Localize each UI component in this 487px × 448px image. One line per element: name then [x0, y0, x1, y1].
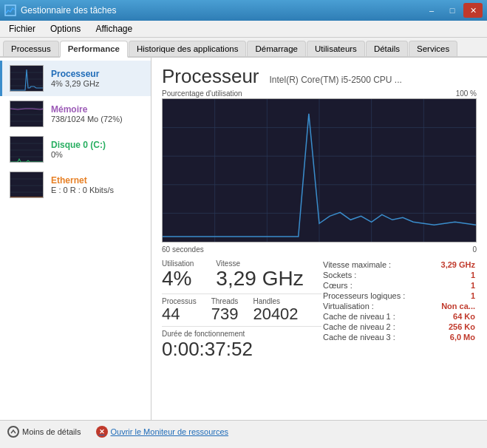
sidebar-item-ethernet[interactable]: Ethernet E : 0 R : 0 Kbits/s — [0, 167, 151, 203]
graph-x-right: 0 — [472, 245, 477, 254]
menu-affichage[interactable]: Affichage — [89, 22, 138, 35]
graph-y-max: 100 % — [456, 89, 477, 98]
less-details-button[interactable]: Moins de détails — [7, 426, 81, 438]
info-label: Cache de niveau 1 : — [321, 311, 429, 322]
ethernet-value: E : 0 R : 0 Kbits/s — [51, 186, 143, 194]
info-value: 256 Ko — [429, 322, 477, 332]
menu-bar: Fichier Options Affichage — [0, 21, 487, 38]
tab-utilisateurs[interactable]: Utilisateurs — [307, 41, 365, 56]
tab-details[interactable]: Détails — [366, 41, 408, 56]
vitesse-value: 3,29 GHz — [216, 268, 303, 291]
svg-rect-0 — [5, 5, 16, 16]
info-label: Vitesse maximale : — [321, 259, 429, 270]
panel-subtitle: Intel(R) Core(TM) i5-2500 CPU ... — [270, 75, 402, 85]
stat-processus: Processus 44 — [162, 297, 197, 323]
tab-historique[interactable]: Historique des applications — [129, 41, 246, 56]
sidebar: Processeur 4% 3,29 GHz Mémoire 738/1024 … — [0, 58, 151, 420]
stat-vitesse: Vitesse 3,29 GHz — [216, 259, 303, 291]
tab-performance[interactable]: Performance — [60, 41, 128, 58]
stats-section: Utilisation 4% Vitesse 3,29 GHz Processu… — [162, 259, 477, 361]
stat-duree: Durée de fonctionnement 0:00:37:52 — [162, 330, 321, 361]
stat-utilisation: Utilisation 4% — [162, 259, 194, 291]
info-value: 1 — [429, 291, 477, 301]
left-stats: Utilisation 4% Vitesse 3,29 GHz Processu… — [162, 259, 321, 361]
info-value: 3,29 GHz — [429, 259, 477, 270]
info-value: 1 — [429, 280, 477, 291]
info-row: Cache de niveau 1 : 64 Ko — [321, 311, 477, 322]
stats-row1: Utilisation 4% Vitesse 3,29 GHz — [162, 259, 321, 291]
svg-rect-5 — [10, 101, 44, 127]
threads-value: 739 — [211, 305, 239, 323]
menu-fichier[interactable]: Fichier — [3, 22, 41, 35]
cpu-info: Processeur 4% 3,29 GHz — [51, 69, 143, 88]
disk-value: 0% — [51, 150, 143, 159]
open-monitor-link[interactable]: ✕ Ouvrir le Moniteur de ressources — [96, 426, 229, 438]
info-row: Sockets : 1 — [321, 270, 477, 280]
cpu-value: 4% 3,29 GHz — [51, 79, 143, 88]
menu-options[interactable]: Options — [44, 22, 86, 35]
info-value: 64 Ko — [429, 311, 477, 322]
title-bar-left: Gestionnaire des tâches — [4, 4, 116, 16]
info-label: Virtualisation : — [321, 301, 429, 311]
info-row: Cache de niveau 3 : 6,0 Mo — [321, 332, 477, 342]
disk-thumbnail — [10, 136, 44, 163]
open-monitor-label: Ouvrir le Moniteur de ressources — [111, 427, 229, 436]
info-value: 6,0 Mo — [429, 332, 477, 342]
graph-x-labels: 60 secondes 0 — [162, 245, 477, 254]
info-row: Cache de niveau 2 : 256 Ko — [321, 322, 477, 332]
ethernet-info: Ethernet E : 0 R : 0 Kbits/s — [51, 175, 143, 194]
ethernet-thumbnail — [10, 172, 44, 198]
stats-row2: Processus 44 Threads 739 Handles 20402 — [162, 297, 321, 323]
info-label: Sockets : — [321, 270, 429, 280]
graph-y-title: Pourcentage d'utilisation — [162, 89, 242, 98]
info-value: 1 — [429, 270, 477, 280]
maximize-button[interactable]: □ — [443, 3, 462, 18]
info-table: Vitesse maximale : 3,29 GHz Sockets : 1 … — [321, 259, 477, 361]
svg-rect-9 — [10, 137, 44, 163]
memory-value: 738/1024 Mo (72%) — [51, 115, 143, 123]
chevron-up-icon — [7, 426, 19, 438]
bottom-bar: Moins de détails ✕ Ouvrir le Moniteur de… — [0, 420, 487, 442]
info-label: Processeurs logiques : — [321, 291, 429, 301]
memory-label: Mémoire — [51, 104, 143, 115]
sidebar-item-memory[interactable]: Mémoire 738/1024 Mo (72%) — [0, 96, 151, 132]
less-details-label: Moins de détails — [22, 427, 81, 436]
minimize-button[interactable]: – — [422, 3, 441, 18]
panel-title: Processeur — [162, 65, 259, 88]
cpu-label: Processeur — [51, 69, 143, 79]
tab-services[interactable]: Services — [409, 41, 457, 56]
main-content: Processeur 4% 3,29 GHz Mémoire 738/1024 … — [0, 58, 487, 420]
window-controls: – □ ✕ — [422, 3, 483, 18]
info-label: Cache de niveau 3 : — [321, 332, 429, 342]
disk-label: Disque 0 (C:) — [51, 140, 143, 150]
monitor-icon: ✕ — [96, 426, 108, 438]
app-icon — [4, 4, 16, 16]
sidebar-item-disk[interactable]: Disque 0 (C:) 0% — [0, 132, 151, 167]
right-panel: Processeur Intel(R) Core(TM) i5-2500 CPU… — [151, 58, 487, 420]
stat-threads: Threads 739 — [211, 297, 239, 323]
graph-x-left: 60 secondes — [162, 245, 204, 254]
tab-processus[interactable]: Processus — [3, 41, 59, 56]
info-label: Cœurs : — [321, 280, 429, 291]
window-title: Gestionnaire des tâches — [21, 5, 116, 16]
tabs-bar: Processus Performance Historique des app… — [0, 38, 487, 58]
processus-value: 44 — [162, 305, 197, 323]
duree-value: 0:00:37:52 — [162, 338, 321, 361]
cpu-graph — [162, 98, 477, 242]
title-bar: Gestionnaire des tâches – □ ✕ — [0, 0, 487, 21]
memory-info: Mémoire 738/1024 Mo (72%) — [51, 104, 143, 123]
cpu-thumbnail — [10, 65, 44, 92]
close-button[interactable]: ✕ — [463, 3, 483, 18]
memory-thumbnail — [10, 101, 44, 127]
info-row: Virtualisation : Non ca... — [321, 301, 477, 311]
panel-header: Processeur Intel(R) Core(TM) i5-2500 CPU… — [162, 65, 477, 88]
duree-label: Durée de fonctionnement — [162, 330, 321, 338]
svg-rect-13 — [10, 172, 44, 198]
info-row: Processeurs logiques : 1 — [321, 291, 477, 301]
stat-handles: Handles 20402 — [253, 297, 298, 323]
handles-value: 20402 — [253, 305, 298, 323]
sidebar-item-cpu[interactable]: Processeur 4% 3,29 GHz — [0, 61, 151, 96]
utilisation-value: 4% — [162, 268, 194, 291]
info-label: Cache de niveau 2 : — [321, 322, 429, 332]
tab-demarrage[interactable]: Démarrage — [247, 41, 306, 56]
